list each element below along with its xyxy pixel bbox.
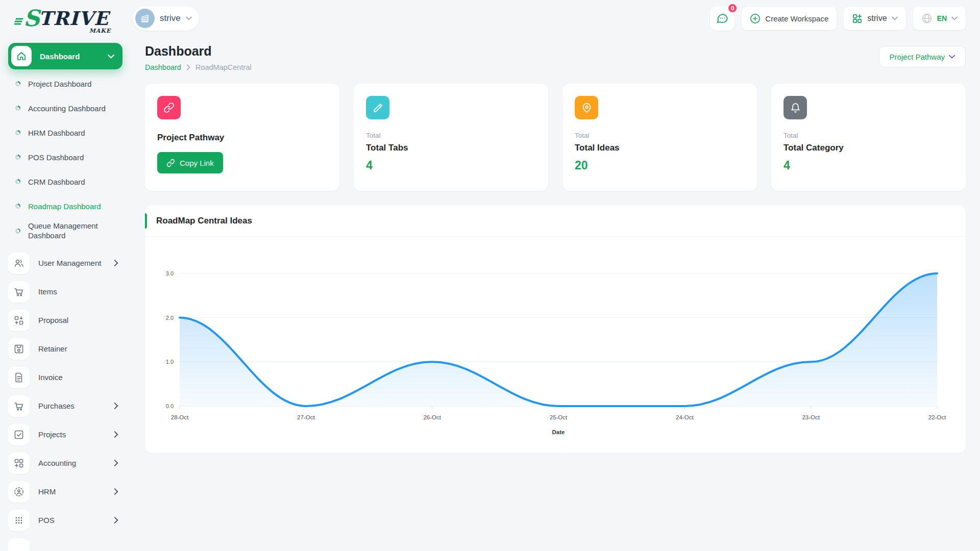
- card-title: Total Ideas: [575, 143, 745, 153]
- logo-text: TRIVE: [39, 8, 109, 29]
- card-value: 4: [366, 159, 536, 172]
- top-right-actions: 0 Create Workspace strive EN: [710, 6, 966, 31]
- home-icon-holder: [11, 46, 32, 66]
- svg-text:27-Oct: 27-Oct: [297, 414, 315, 420]
- chevron-down-icon: [951, 16, 958, 20]
- stat-cards-row: Project Pathway Copy Link Total Total Ta…: [145, 84, 966, 191]
- sidebar-item-crm-dashboard[interactable]: CRM Dashboard: [8, 169, 122, 194]
- total-category-card: Total Total Category 4: [771, 84, 966, 191]
- breadcrumb: Dashboard RoadMapCentral: [145, 63, 252, 71]
- chevron-right-icon: [114, 517, 118, 523]
- globe-icon: [921, 13, 933, 24]
- total-tabs-card: Total Total Tabs 4: [354, 84, 548, 191]
- sidebar-item-invoice[interactable]: Invoice: [8, 363, 122, 392]
- chevron-down-icon: [892, 16, 898, 20]
- sidebar: Dashboard Project Dashboard Accounting D…: [0, 38, 133, 551]
- card-subtitle: Total: [366, 132, 536, 139]
- cart-icon: [13, 286, 24, 297]
- breadcrumb-dashboard-link[interactable]: Dashboard: [145, 63, 181, 71]
- chevron-right-icon: [114, 460, 118, 466]
- workspace-name: strive: [160, 13, 181, 23]
- home-icon: [16, 51, 27, 62]
- sidebar-item-hrm-dashboard[interactable]: HRM Dashboard: [8, 120, 122, 145]
- project-pathway-card: Project Pathway Copy Link: [145, 84, 339, 191]
- card-subtitle: Total: [783, 132, 953, 139]
- card-value: 4: [783, 159, 953, 172]
- chevron-down-icon: [108, 54, 114, 59]
- sidebar-item-user-management[interactable]: User Management: [8, 249, 122, 278]
- page-title: Dashboard: [145, 44, 252, 59]
- svg-text:22-Oct: 22-Oct: [928, 414, 946, 420]
- sidebar-item-proposal[interactable]: Proposal: [8, 306, 122, 335]
- roadmap-ideas-chart-card: RoadMap Central Ideas 0.01.02.03.028-Oct…: [145, 205, 966, 453]
- sidebar-item-accounting[interactable]: Accounting: [8, 449, 122, 478]
- breadcrumb-current: RoadMapCentral: [195, 63, 252, 71]
- sidebar-nav: User Management Items Proposal Retainer …: [8, 249, 122, 551]
- link-icon: [166, 159, 175, 167]
- grid-plus-icon: [852, 13, 863, 24]
- language-selector[interactable]: EN: [913, 7, 966, 30]
- sidebar-item-partial[interactable]: [8, 535, 122, 551]
- card-value: 20: [575, 159, 745, 172]
- sidebar-item-retainer[interactable]: Retainer: [8, 335, 122, 363]
- chevron-right-icon: [114, 403, 118, 409]
- bullet-icon: [15, 204, 20, 209]
- messages-badge: 0: [727, 3, 738, 13]
- total-ideas-card: Total Total Ideas 20: [562, 84, 757, 191]
- bullet-icon: [15, 130, 20, 135]
- sidebar-item-pos[interactable]: POS: [8, 506, 122, 535]
- person-dashed-circle-icon: [13, 486, 24, 497]
- sidebar-item-accounting-dashboard[interactable]: Accounting Dashboard: [8, 96, 122, 120]
- building-icon: [139, 13, 151, 24]
- sidebar-item-hrm[interactable]: HRM: [8, 478, 122, 506]
- link-icon-tile: [157, 96, 181, 119]
- save-floppy-icon: [13, 343, 24, 355]
- app-logo[interactable]: STRIVE MAKE: [14, 8, 109, 29]
- svg-text:2.0: 2.0: [166, 315, 174, 321]
- bullet-icon: [15, 81, 20, 86]
- dashboard-submenu: Project Dashboard Accounting Dashboard H…: [8, 71, 122, 244]
- card-title: Total Category: [783, 143, 953, 153]
- logo-box: STRIVE MAKE: [14, 8, 133, 29]
- svg-text:23-Oct: 23-Oct: [802, 414, 820, 420]
- chart-title: RoadMap Central Ideas: [156, 216, 252, 226]
- bell-icon: [790, 103, 801, 113]
- logo-subtext: MAKE: [89, 28, 111, 34]
- pathway-filter-dropdown[interactable]: Project Pathway: [879, 46, 966, 67]
- dots-grid-icon: [13, 515, 24, 526]
- sidebar-item-queue-management-dashboard[interactable]: Queue Management Dashboard: [8, 218, 122, 244]
- map-pin-icon-tile: [575, 96, 598, 119]
- link-icon: [163, 102, 175, 113]
- bullet-icon: [15, 179, 20, 184]
- sidebar-item-items[interactable]: Items: [8, 278, 122, 306]
- sidebar-item-pos-dashboard[interactable]: POS Dashboard: [8, 145, 122, 169]
- chevron-right-icon: [186, 64, 190, 70]
- bell-icon-tile: [783, 96, 807, 119]
- sidebar-item-roadmap-dashboard[interactable]: Roadmap Dashboard: [8, 194, 122, 218]
- bullet-icon: [15, 229, 20, 234]
- chat-bubble-icon: [716, 12, 729, 25]
- create-workspace-button[interactable]: Create Workspace: [742, 7, 837, 30]
- svg-text:Date: Date: [552, 429, 565, 435]
- copy-link-button[interactable]: Copy Link: [157, 152, 223, 173]
- logo-speed-lines-icon: [14, 17, 23, 26]
- sidebar-item-purchases[interactable]: Purchases: [8, 392, 122, 420]
- sidebar-item-dashboard[interactable]: Dashboard: [8, 43, 122, 69]
- messages-button[interactable]: 0: [710, 6, 734, 31]
- bullet-icon: [15, 155, 20, 160]
- card-subtitle: Total: [575, 132, 745, 139]
- workspace-dropdown-label: strive: [867, 14, 887, 23]
- create-workspace-label: Create Workspace: [765, 14, 828, 23]
- map-pin-icon: [581, 103, 592, 113]
- sidebar-item-projects[interactable]: Projects: [8, 420, 122, 449]
- card-title: Total Tabs: [366, 143, 536, 153]
- svg-text:1.0: 1.0: [166, 359, 174, 365]
- chevron-down-icon: [186, 16, 192, 20]
- language-code: EN: [937, 14, 947, 22]
- main-content: Dashboard Dashboard RoadMapCentral Proje…: [133, 37, 980, 551]
- workspace-dropdown[interactable]: strive: [844, 7, 905, 30]
- workspace-avatar: [135, 9, 155, 28]
- sidebar-item-project-dashboard[interactable]: Project Dashboard: [8, 71, 122, 96]
- workspace-switcher[interactable]: strive: [133, 6, 199, 31]
- sidebar-item-label: Dashboard: [32, 52, 108, 61]
